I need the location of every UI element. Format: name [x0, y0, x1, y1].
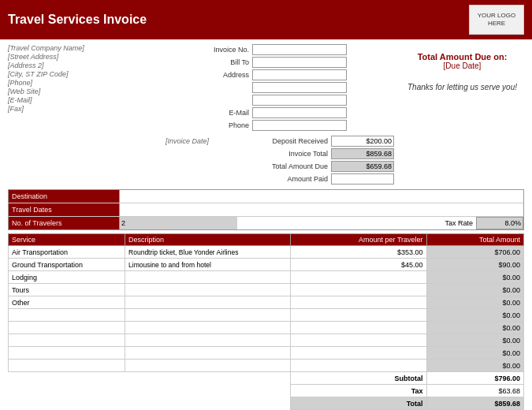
description-cell[interactable]: Roundtrip ticket, Blue Yonder Airlines	[125, 246, 291, 259]
col-description: Description	[125, 234, 291, 246]
logo-box: YOUR LOGO HERE	[469, 5, 524, 35]
phone-row: Phone	[166, 120, 394, 131]
header: Travel Services Invoice YOUR LOGO HERE	[0, 0, 532, 39]
address-input2[interactable]	[252, 82, 347, 93]
service-cell[interactable]	[9, 347, 125, 360]
address-row3	[166, 95, 394, 106]
address-input[interactable]	[252, 69, 347, 80]
destination-row: Destination	[9, 190, 523, 203]
invoice-no-label: Invoice No.	[166, 46, 252, 54]
travelers-label: No. of Travelers	[9, 217, 119, 229]
phone-label: Phone	[166, 121, 252, 129]
service-cell[interactable]	[9, 334, 125, 347]
address-row2	[166, 82, 394, 93]
total-due-label: Total Amount Due on:	[400, 52, 524, 62]
address-row: Address	[166, 69, 394, 80]
description-cell[interactable]	[125, 284, 291, 296]
bill-to-row: Bill To	[166, 57, 394, 68]
phone: [Phone]	[8, 79, 166, 87]
invoice-total-value: $859.68	[331, 148, 394, 159]
service-cell[interactable]	[9, 360, 125, 372]
service-cell[interactable]	[9, 309, 125, 322]
amount-per-cell[interactable]	[290, 334, 426, 347]
grand-total-row: Total $859.68	[9, 397, 524, 410]
phone-input[interactable]	[252, 120, 347, 131]
page-title: Travel Services Invoice	[8, 13, 147, 27]
invoice-no-row: Invoice No.	[166, 44, 394, 55]
amount-per-cell[interactable]	[290, 322, 426, 334]
description-cell[interactable]	[125, 309, 291, 322]
deposit-row: [Invoice Date] Deposit Received $200.00	[166, 136, 394, 147]
tax-label: Tax	[290, 385, 426, 397]
bill-to-input[interactable]	[252, 57, 347, 68]
services-table: Service Description Amount per Traveler …	[8, 233, 524, 410]
destination-label: Destination	[9, 190, 119, 203]
table-row: $0.00	[9, 334, 524, 347]
travel-dates-value[interactable]	[119, 203, 237, 216]
email-input[interactable]	[252, 107, 347, 118]
subtotal-label: Subtotal	[290, 372, 426, 385]
travelers-value[interactable]: 2	[119, 217, 237, 229]
amount-paid-label: Amount Paid	[229, 175, 331, 183]
amount-due-value: $659.68	[331, 161, 394, 172]
amount-per-cell[interactable]: $353.00	[290, 246, 426, 259]
tax-rate-value: 8.0%	[476, 217, 523, 229]
description-cell[interactable]	[125, 334, 291, 347]
travel-dates-label: Travel Dates	[9, 203, 119, 216]
total-cell: $0.00	[426, 322, 523, 334]
amount-paid-row: Amount Paid	[166, 173, 394, 184]
deposit-value[interactable]: $200.00	[331, 136, 394, 147]
total-cell: $0.00	[426, 296, 523, 309]
description-cell[interactable]	[125, 271, 291, 284]
tax-row: Tax $63.68	[9, 385, 524, 397]
invoice-total-label: Invoice Total	[229, 150, 331, 158]
service-cell[interactable]: Tours	[9, 284, 125, 296]
amount-per-cell[interactable]	[290, 284, 426, 296]
amount-per-cell[interactable]: $45.00	[290, 259, 426, 271]
amount-paid-value[interactable]	[331, 173, 394, 184]
service-cell[interactable]: Other	[9, 296, 125, 309]
main-content: [Travel Company Name] [Street Address] […	[0, 39, 532, 410]
description-cell[interactable]	[125, 360, 291, 372]
invoice-no-input[interactable]	[252, 44, 347, 55]
total-value: $859.68	[426, 397, 523, 410]
tax-value: $63.68	[426, 385, 523, 397]
description-cell[interactable]	[125, 322, 291, 334]
service-cell[interactable]	[9, 322, 125, 334]
fax: [Fax]	[8, 105, 166, 113]
email-label: E-Mail	[166, 109, 252, 117]
travel-dates-row: Travel Dates	[9, 203, 523, 217]
total-cell: $0.00	[426, 347, 523, 360]
amount-per-cell[interactable]	[290, 271, 426, 284]
subtotal-value: $796.00	[426, 372, 523, 385]
amount-per-cell[interactable]	[290, 347, 426, 360]
due-date: [Due Date]	[400, 62, 524, 70]
table-row: Lodging$0.00	[9, 271, 524, 284]
total-cell: $0.00	[426, 334, 523, 347]
service-cell[interactable]: Lodging	[9, 271, 125, 284]
website: [Web Site]	[8, 88, 166, 95]
description-cell[interactable]: Limousine to and from hotel	[125, 259, 291, 271]
tax-rate-label: Tax Rate	[397, 219, 476, 227]
service-cell[interactable]: Ground Transportation	[9, 259, 125, 271]
page: Travel Services Invoice YOUR LOGO HERE […	[0, 0, 532, 410]
subtotal-row: Subtotal $796.00	[9, 372, 524, 385]
description-cell[interactable]	[125, 347, 291, 360]
destination-value[interactable]	[119, 190, 237, 203]
service-cell[interactable]: Air Transportation	[9, 246, 125, 259]
table-row: Other$0.00	[9, 296, 524, 309]
amount-per-cell[interactable]	[290, 309, 426, 322]
table-row: $0.00	[9, 360, 524, 372]
address-input3[interactable]	[252, 95, 347, 106]
city-state-zip: [City, ST ZIP Code]	[8, 70, 166, 78]
total-cell: $90.00	[426, 259, 523, 271]
description-cell[interactable]	[125, 296, 291, 309]
amount-per-cell[interactable]	[290, 296, 426, 309]
deposit-label: Deposit Received	[229, 137, 331, 145]
table-row: $0.00	[9, 322, 524, 334]
table-row: Tours$0.00	[9, 284, 524, 296]
total-cell: $0.00	[426, 284, 523, 296]
amount-per-cell[interactable]	[290, 360, 426, 372]
invoice-fields: Invoice No. Bill To Address	[166, 44, 394, 186]
thanks-text: Thanks for letting us serve you!	[400, 83, 524, 91]
